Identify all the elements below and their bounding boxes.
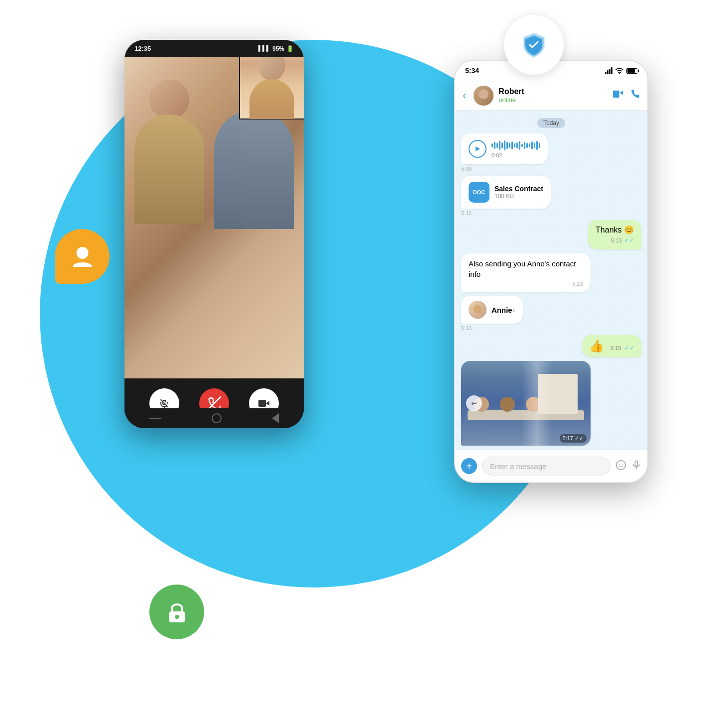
battery-indicator: ▍▍▍ 95% 🔋 (258, 45, 294, 52)
msg-phone: 5:34 (454, 60, 648, 483)
svg-point-0 (76, 247, 88, 259)
image-content: ↩ 5:17 ✓✓ (461, 361, 591, 446)
msg-header: ‹ Robert online (455, 81, 647, 111)
thumbs-message-row: 👍 5:15 ✓✓ (461, 335, 641, 357)
thanks-text: Thanks 😊 (596, 226, 634, 234)
contact-avatar (474, 86, 493, 106)
contact-card-chevron: › (512, 305, 515, 315)
svg-rect-6 (258, 400, 266, 407)
contact-card-timestamp: 5:13 (461, 325, 472, 331)
video-time: 12:35 (134, 45, 151, 52)
contact-info: Robert online (498, 87, 607, 104)
annie-name: Annie (491, 306, 512, 314)
battery-icon (626, 68, 637, 74)
video-call-icon[interactable] (612, 90, 623, 101)
signal-icon (605, 67, 612, 74)
svg-marker-9 (476, 146, 480, 151)
doc-name: Sales Contract (494, 185, 543, 193)
header-icons (612, 90, 640, 101)
scene-container: 12:35 ▍▍▍ 95% 🔋 (0, 0, 728, 709)
doc-info: Sales Contract 100 KB (494, 185, 543, 200)
lock-icon (163, 598, 191, 626)
video-status-bar: 12:35 ▍▍▍ 95% 🔋 (124, 40, 304, 57)
doc-bubble: DOC Sales Contract 100 KB (461, 176, 551, 209)
nav-apps (149, 418, 161, 419)
doc-timestamp: 5:12 (461, 210, 472, 216)
input-icons (615, 460, 641, 473)
date-badge: Today (461, 118, 641, 127)
text-content: Also sending you Anne's contact info (469, 258, 583, 279)
back-button[interactable]: ‹ (463, 89, 466, 102)
voice-mic-icon[interactable] (631, 460, 641, 473)
svg-point-12 (622, 464, 623, 465)
doc-size: 100 KB (494, 193, 543, 200)
thumbs-receipts: ✓✓ (624, 345, 634, 352)
doc-message-row: DOC Sales Contract 100 KB 5:12 (461, 176, 641, 216)
voice-duration: 0:02 (491, 152, 540, 158)
main-video (124, 40, 304, 378)
emoji-picker-icon[interactable] (615, 460, 626, 473)
date-label: Today (537, 118, 565, 128)
battery-pct: 95% (272, 45, 284, 52)
wifi-icon (615, 68, 623, 74)
contact-status: online (498, 96, 607, 104)
svg-rect-13 (635, 461, 638, 466)
text-timestamp: 5:13 (469, 281, 583, 287)
svg-point-2 (175, 615, 179, 619)
msg-input-bar: + Enter a message (455, 450, 647, 482)
shield-bubble (504, 15, 564, 75)
svg-point-10 (616, 460, 625, 469)
attach-button[interactable]: + (461, 458, 477, 474)
chat-area: Today (455, 111, 647, 450)
contact-name: Robert (498, 87, 607, 96)
play-button[interactable] (469, 140, 486, 158)
annie-avatar (469, 301, 486, 319)
phone-bottom-bar (124, 408, 304, 428)
msg-status-icons (605, 67, 637, 74)
phone-call-icon[interactable] (631, 90, 640, 101)
svg-point-11 (619, 464, 620, 465)
lock-bubble (149, 585, 204, 639)
voice-message-row: 0:02 5:09 (461, 133, 641, 172)
nav-back (272, 413, 279, 423)
text-message-row: Also sending you Anne's contact info 5:1… (461, 253, 641, 292)
doc-type-icon: DOC (469, 182, 489, 203)
thanks-bubble: Thanks 😊 5:13 ✓✓ (588, 220, 641, 249)
thumbs-emoji: 👍 (589, 339, 604, 353)
video-phone: 12:35 ▍▍▍ 95% 🔋 (124, 40, 304, 428)
nav-home (212, 413, 222, 423)
text-bubble: Also sending you Anne's contact info 5:1… (461, 253, 591, 292)
msg-time: 5:34 (465, 67, 479, 75)
image-timestamp: 5:17 ✓✓ (560, 434, 587, 443)
read-receipts: ✓✓ (624, 237, 634, 244)
contact-card-row: Annie › 5:13 (461, 296, 641, 331)
image-message-row: ↩ 5:17 ✓✓ (461, 361, 641, 446)
voice-timestamp: 5:09 (461, 166, 472, 172)
svg-rect-8 (613, 91, 619, 98)
message-input[interactable]: Enter a message (482, 457, 610, 475)
contact-card-bubble[interactable]: Annie › (461, 296, 523, 324)
thanks-message-row: Thanks 😊 5:13 ✓✓ (461, 220, 641, 249)
voice-bubble: 0:02 (461, 133, 548, 164)
shield-icon (519, 30, 549, 60)
waveform (491, 139, 540, 151)
svg-point-7 (619, 73, 620, 74)
input-placeholder: Enter a message (490, 462, 546, 471)
user-icon (69, 243, 96, 270)
user-bubble (55, 229, 110, 284)
forward-image-button[interactable]: ↩ (466, 395, 482, 411)
image-bubble: ↩ 5:17 ✓✓ (461, 361, 591, 446)
thumbs-bubble: 👍 5:15 ✓✓ (582, 335, 641, 357)
